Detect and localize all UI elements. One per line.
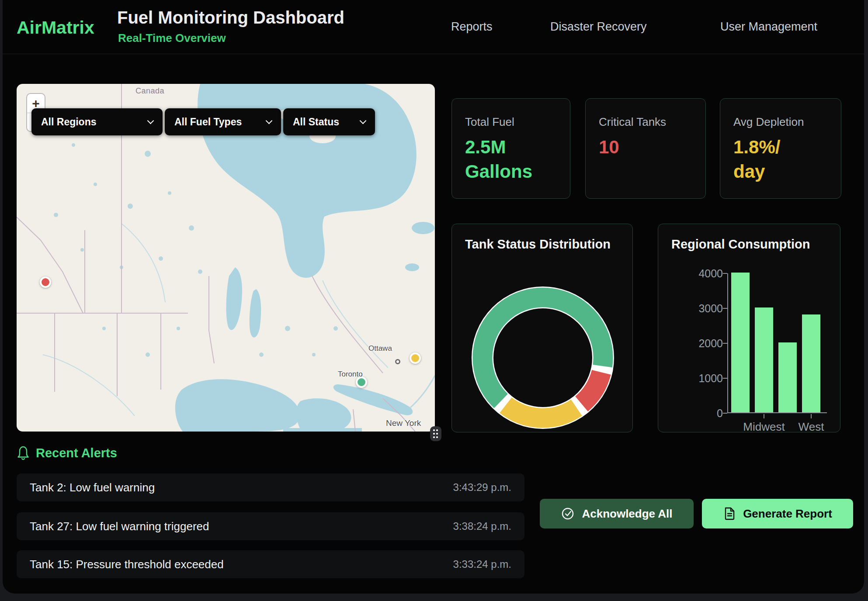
alert-row[interactable]: Tank 27: Low fuel warning triggered 3:38… (17, 512, 524, 540)
country-label: Canada (135, 86, 164, 96)
alert-row[interactable]: Tank 15: Pressure threshold exceeded 3:3… (17, 550, 524, 578)
fuel-type-filter-dropdown[interactable]: All Fuel Types (165, 108, 281, 135)
x-axis-tick (811, 414, 812, 418)
chevron-down-icon (147, 117, 154, 124)
bar-2 (778, 342, 797, 412)
grip-dots-icon (433, 429, 435, 431)
region-filter-value: All Regions (41, 116, 97, 128)
y-axis-tick (723, 343, 727, 344)
fuel-map[interactable]: + − All Regions All Fuel Types All Statu… (17, 84, 435, 432)
city-label-newyork: New York (386, 418, 421, 428)
y-axis-tick (723, 308, 727, 309)
tank-marker-critical[interactable] (40, 276, 51, 288)
kpi-label: Critical Tanks (599, 115, 692, 129)
kpi-card-total-fuel: Total Fuel 2.5MGallons (451, 98, 570, 199)
tank-status-donut-chart (470, 285, 615, 430)
y-axis-tick-label: 4000 (685, 267, 723, 280)
alert-row[interactable]: Tank 2: Low fuel warning 3:43:29 p.m. (17, 473, 524, 501)
y-axis-tick-label: 0 (685, 407, 723, 419)
page-title: Fuel Monitoring Dashboard (117, 8, 344, 28)
chevron-down-icon (360, 117, 367, 124)
kpi-value: 1.8%/day (733, 135, 828, 184)
x-axis-tick (764, 414, 764, 418)
alert-timestamp: 3:33:24 p.m. (453, 558, 511, 570)
dashboard-panel: AirMatrix Fuel Monitoring Dashboard Real… (3, 0, 864, 594)
y-axis-tick (723, 273, 727, 274)
check-circle-icon (561, 507, 575, 521)
city-label-ottawa: Ottawa (368, 344, 392, 353)
y-axis-tick (723, 413, 727, 414)
acknowledge-all-button[interactable]: Acknowledge All (540, 499, 694, 528)
bar-3 (802, 314, 820, 412)
bar-0 (731, 273, 750, 412)
recent-alerts-header: Recent Alerts (17, 446, 117, 460)
generate-report-button[interactable]: Generate Report (702, 499, 853, 528)
city-dot-icon (395, 359, 400, 364)
kpi-card-avg-depletion: Avg Depletion 1.8%/day (720, 98, 841, 199)
nav-user-management[interactable]: User Management (720, 20, 817, 34)
app-header: AirMatrix Fuel Monitoring Dashboard Real… (3, 0, 864, 54)
tank-status-chart-card: Tank Status Distribution (451, 224, 633, 432)
app-logo: AirMatrix (17, 17, 94, 38)
regional-consumption-bar-chart: 01000200030004000MidwestWest (727, 273, 827, 413)
map-geography (17, 84, 435, 432)
chart-title: Regional Consumption (671, 237, 810, 252)
alert-message: Tank 2: Low fuel warning (30, 481, 155, 494)
kpi-value: 10 (599, 135, 692, 159)
status-filter-dropdown[interactable]: All Status (283, 108, 375, 135)
bell-icon (17, 446, 30, 460)
kpi-label: Total Fuel (465, 115, 557, 129)
alert-message: Tank 15: Pressure threshold exceeded (30, 558, 224, 571)
alert-message: Tank 27: Low fuel warning triggered (30, 520, 209, 533)
y-axis-tick-label: 1000 (685, 372, 723, 384)
page-subtitle: Real-Time Overview (118, 31, 226, 45)
kpi-label: Avg Depletion (733, 115, 828, 129)
alerts-section-title: Recent Alerts (36, 446, 117, 460)
resize-grip-handle[interactable] (430, 426, 441, 441)
kpi-value: 2.5MGallons (465, 135, 557, 184)
alert-timestamp: 3:38:24 p.m. (453, 520, 511, 532)
fuel-type-filter-value: All Fuel Types (174, 116, 242, 128)
regional-consumption-chart-card: Regional Consumption 01000200030004000Mi… (658, 224, 840, 432)
acknowledge-all-label: Acknowledge All (582, 507, 672, 521)
chevron-down-icon (266, 117, 273, 124)
bar-1 (755, 307, 773, 412)
y-axis-tick-label: 3000 (685, 302, 723, 314)
alert-timestamp: 3:43:29 p.m. (453, 481, 511, 494)
tank-marker-warning[interactable] (410, 352, 421, 364)
region-filter-dropdown[interactable]: All Regions (31, 108, 163, 135)
nav-disaster-recovery[interactable]: Disaster Recovery (550, 20, 647, 34)
chart-title: Tank Status Distribution (465, 237, 611, 252)
kpi-card-critical-tanks: Critical Tanks 10 (585, 98, 706, 199)
y-axis-tick (723, 378, 727, 379)
generate-report-label: Generate Report (743, 507, 832, 521)
y-axis-tick-label: 2000 (685, 337, 723, 349)
x-axis-tick-label: West (776, 420, 846, 434)
report-document-icon (723, 506, 736, 521)
status-filter-value: All Status (293, 116, 339, 128)
nav-reports[interactable]: Reports (451, 20, 493, 34)
tank-marker-normal[interactable] (356, 376, 367, 388)
